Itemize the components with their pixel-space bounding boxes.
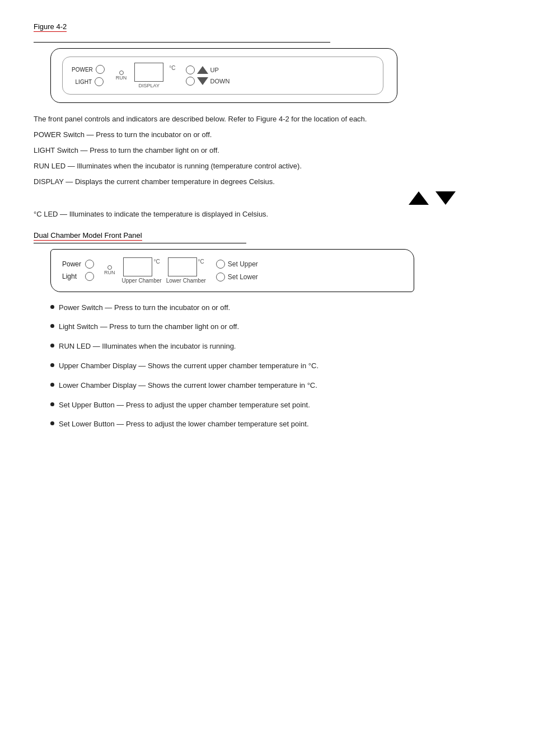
lower-chamber-display [168, 257, 197, 276]
bullet-dot-5 [50, 383, 54, 387]
panel2-diagram: Power Light RUN °C Upper Chamber [50, 249, 414, 292]
upper-deg-c-label: °C [153, 259, 160, 265]
bullet-dot-3 [50, 344, 54, 348]
bullet-list: Power Switch — Press to turn the incubat… [50, 302, 500, 431]
bullet-item-6: Set Upper Button — Press to adjust the u… [50, 400, 500, 411]
upper-chamber-label: Upper Chamber [122, 278, 162, 284]
lower-deg-c-label: °C [198, 259, 204, 265]
panel1-labels: POWER LIGHT [72, 65, 105, 86]
display-area: DISPLAY [134, 63, 163, 88]
body-para-2: POWER Switch — Press to turn the incubat… [34, 129, 500, 141]
bullet-dot-4 [50, 363, 54, 367]
up-circle[interactable] [186, 65, 195, 74]
down-triangle-large-icon[interactable] [435, 191, 456, 205]
run-led [119, 71, 124, 75]
body-para-6: °C LED — Illuminates to indicate the tem… [34, 208, 500, 220]
bullet-text-5: Lower Chamber Display — Shows the curren… [59, 380, 317, 392]
bullet-item-1: Power Switch — Press to turn the incubat… [50, 302, 500, 314]
down-triangle-icon [197, 77, 208, 85]
run-label: RUN [116, 76, 127, 81]
power-button[interactable] [96, 65, 105, 74]
bullet-dot-1 [50, 305, 54, 309]
set-upper-label: Set Upper [228, 260, 258, 268]
set-lower-label: Set Lower [228, 273, 258, 281]
body-para-1: The front panel controls and indicators … [34, 113, 500, 125]
down-circle[interactable] [186, 77, 195, 86]
power2-button[interactable] [85, 260, 94, 269]
bullet-text-1: Power Switch — Press to turn the incubat… [59, 302, 230, 314]
bullet-text-2: Light Switch — Press to turn the chamber… [59, 321, 239, 333]
set-lower-button[interactable] [216, 273, 225, 281]
power-label: POWER [72, 67, 93, 73]
display-label: DISPLAY [139, 83, 160, 88]
up-label: UP [210, 67, 219, 73]
bullet-item-4: Upper Chamber Display — Shows the curren… [50, 360, 500, 372]
tri-buttons-row [34, 191, 500, 205]
upper-chamber-area: °C Upper Chamber [122, 257, 162, 284]
display-screen [134, 63, 163, 82]
top-section-line [34, 42, 330, 43]
up-down-area: UP DOWN [186, 65, 230, 86]
light2-button[interactable] [85, 272, 94, 281]
bullet-dot-7 [50, 421, 54, 425]
bullet-item-7: Set Lower Button — Press to adjust the l… [50, 419, 500, 430]
bullet-item-2: Light Switch — Press to turn the chamber… [50, 321, 500, 333]
lower-chamber-area: °C Lower Chamber [166, 257, 206, 284]
bullet-text-4: Upper Chamber Display — Shows the curren… [59, 360, 318, 372]
panel1-diagram: POWER LIGHT RUN DISPLAY °C [50, 48, 397, 103]
up-triangle-icon [197, 66, 208, 74]
panel2-labels: Power Light [62, 260, 94, 281]
upper-chamber-display [123, 257, 152, 276]
set-upper-button[interactable] [216, 260, 225, 269]
run2-area: RUN [104, 265, 115, 275]
bullet-text-7: Set Lower Button — Press to adjust the l… [59, 419, 309, 430]
subheading-line [34, 243, 246, 243]
run2-label: RUN [104, 270, 115, 275]
bullet-item-5: Lower Chamber Display — Shows the curren… [50, 380, 500, 392]
subheading-link[interactable]: Dual Chamber Model Front Panel [34, 231, 142, 241]
set-buttons-area: Set Upper Set Lower [216, 260, 258, 281]
bullet-dot-2 [50, 324, 54, 328]
light-button[interactable] [95, 77, 104, 86]
body-para-5: DISPLAY — Displays the current chamber t… [34, 176, 500, 188]
light-label: LIGHT [72, 79, 92, 85]
bullet-dot-6 [50, 402, 54, 406]
top-figure-link[interactable]: Figure 4-2 [34, 22, 67, 32]
bullet-item-3: RUN LED — Illuminates when the incubator… [50, 341, 500, 353]
body-para-4: RUN LED — Illuminates when the incubator… [34, 160, 500, 172]
lower-chamber-label: Lower Chamber [166, 278, 206, 284]
run2-led [107, 265, 112, 270]
deg-c-label: °C [169, 65, 175, 71]
up-triangle-large-icon[interactable] [409, 191, 429, 205]
power2-label: Power [62, 260, 82, 268]
run-area: RUN [116, 71, 127, 81]
light2-label: Light [62, 273, 82, 280]
bullet-text-3: RUN LED — Illuminates when the incubator… [59, 341, 236, 353]
body-para-3: LIGHT Switch — Press to turn the chamber… [34, 144, 500, 157]
down-label: DOWN [210, 78, 230, 84]
bullet-text-6: Set Upper Button — Press to adjust the u… [59, 400, 310, 411]
